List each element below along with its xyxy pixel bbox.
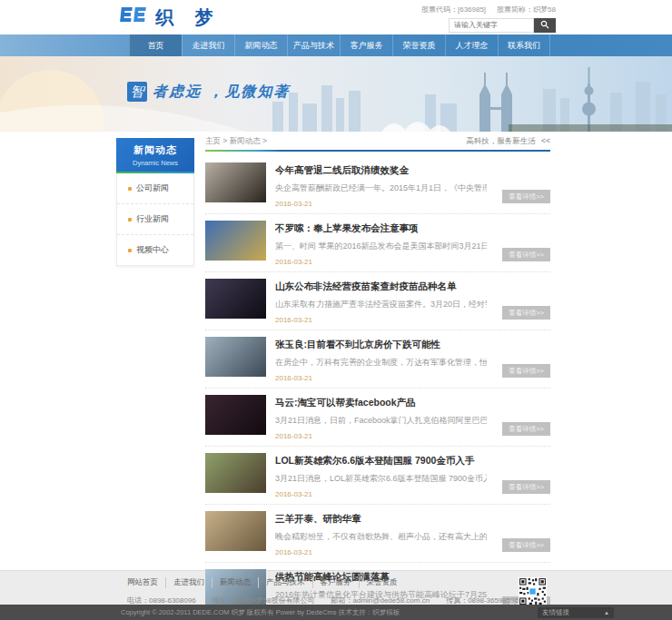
news-title[interactable]: 山东公布非法经营疫苗案查封疫苗品种名单 [275, 280, 487, 293]
banner-slogan: 智 者虑远 ，见微知著 [127, 82, 291, 102]
news-section: 主页 > 新闻动态 > 高科技，服务新生活 << 今年高管退二线后取消绩效奖金 … [205, 136, 550, 620]
notice-text: 高科技，服务新生活 [466, 136, 536, 145]
news-more-button[interactable]: 查看详情>> [502, 422, 550, 436]
news-item[interactable]: 三羊开泰、研韵华章 晚会精彩纷呈，不仅有劲歌热舞、相声小品，还有高大上的歌剧..… [205, 505, 550, 563]
nav-item[interactable]: 走进我们 [182, 34, 234, 56]
news-title[interactable]: 三羊开泰、研韵华章 [275, 513, 487, 526]
header-right: 股票代码：[636985] 股票简称：织梦58 [421, 3, 556, 33]
nav-item[interactable]: 首页 [129, 34, 182, 56]
slogan-text: 者虑远 ，见微知著 [153, 83, 291, 102]
slogan-first-char: 智 [127, 82, 147, 102]
news-thumbnail [205, 162, 266, 202]
news-item[interactable]: 今年高管退二线后取消绩效奖金 央企高管薪酬新政已经满一年。2015年1月1日，《… [205, 156, 550, 214]
bullet-icon [128, 218, 132, 221]
news-more-button[interactable]: 查看详情>> [502, 538, 550, 552]
news-sidebar: 新闻动态 Dynamic News 公司新闻 行业新闻 视频中心 [116, 138, 194, 266]
banner-cityscape-image [0, 56, 672, 132]
news-thumbnail [205, 279, 266, 319]
news-date: 2016-03-21 [275, 374, 487, 382]
bullet-icon [128, 249, 132, 252]
breadcrumb-underline [205, 150, 550, 152]
sidebar-menu-item[interactable]: 行业新闻 [117, 204, 193, 235]
sidebar-menu: 公司新闻 行业新闻 视频中心 [116, 173, 194, 266]
stock-code: 股票代码：[636985] [421, 5, 486, 15]
chevron-up-icon: ▲ [604, 610, 609, 615]
news-thumbnail [205, 511, 266, 551]
news-thumbnail [205, 337, 266, 377]
hero-banner: 智 者虑远 ，见微知著 [0, 56, 672, 132]
top-header: 织 梦 股票代码：[636985] 股票简称：织梦58 [0, 0, 672, 34]
search-icon [540, 18, 549, 32]
news-more-button[interactable]: 查看详情>> [502, 190, 550, 203]
news-more-button[interactable]: 查看详情>> [502, 248, 550, 261]
site-logo[interactable]: 织 梦 [116, 5, 222, 30]
sidebar-menu-label: 公司新闻 [136, 182, 169, 194]
friend-links-dropdown[interactable]: 友情链接 ▲ [538, 607, 614, 618]
footer-nav-link[interactable]: 客户服务 [313, 577, 360, 588]
sidebar-menu-item[interactable]: 视频中心 [117, 235, 193, 265]
news-date: 2016-03-21 [275, 490, 487, 498]
news-title[interactable]: 马云:淘宝可以帮卖facebook产品 [275, 397, 487, 409]
news-item[interactable]: 马云:淘宝可以帮卖facebook产品 3月21日消息，日前，Facebook掌… [205, 389, 550, 447]
news-date: 2016-03-21 [275, 316, 487, 324]
sidebar-menu-label: 视频中心 [136, 244, 169, 256]
copyright-text: Copyright © 2002-2011 DEDE.COM 织梦 版权所有 P… [116, 605, 400, 620]
news-more-button[interactable]: 查看详情>> [502, 480, 550, 494]
news-list: 今年高管退二线后取消绩效奖金 央企高管薪酬新政已经满一年。2015年1月1日，《… [205, 156, 550, 620]
nav-item[interactable]: 人才理念 [445, 34, 498, 56]
news-description: 晚会精彩纷呈，不仅有劲歌热舞、相声小品，还有高大上的歌剧... [275, 531, 487, 543]
news-description: 央企高管薪酬新政已经满一年。2015年1月1日，《中央管理企业负... [275, 182, 487, 194]
news-more-button[interactable]: 查看详情>> [502, 364, 550, 378]
news-date: 2016-03-21 [275, 432, 487, 440]
sidebar-subtitle: Dynamic News [116, 159, 194, 167]
logo-text: 织 梦 [155, 5, 222, 30]
news-date: 2016-03-21 [275, 548, 487, 556]
main-nav: 首页走进我们新闻动态产品与技术客户服务荣誉资质人才理念联系我们 [0, 34, 672, 56]
nav-item[interactable]: 新闻动态 [234, 34, 287, 56]
main-content: 新闻动态 Dynamic News 公司新闻 行业新闻 视频中心 主页 > 新闻… [0, 132, 672, 570]
nav-item[interactable]: 联系我们 [498, 34, 550, 56]
footer-nav-link[interactable]: 网站首页 [127, 577, 166, 588]
news-item[interactable]: LOL新英雄索尔6.6版本登陆国服 7900金币入手 3月21日消息，LOL新英… [205, 447, 550, 505]
news-description: 山东采取有力措施严查非法经营疫苗案件。3月20日，经对警方提... [275, 299, 487, 310]
news-thumbnail [205, 221, 266, 261]
main-nav-list: 首页走进我们新闻动态产品与技术客户服务荣誉资质人才理念联系我们 [129, 34, 556, 56]
sidebar-menu-item[interactable]: 公司新闻 [117, 173, 193, 204]
stock-name: 股票简称：织梦58 [497, 5, 556, 15]
news-title[interactable]: LOL新英雄索尔6.6版本登陆国服 7900金币入手 [275, 455, 487, 467]
news-description: 3月21日消息，LOL新英雄索尔6.6版本登陆国服 7900金币入手。LOL新.… [275, 473, 487, 485]
news-title[interactable]: 张玉良:目前看不到北京房价下跌可能性 [275, 339, 487, 351]
bullet-icon [128, 187, 132, 191]
news-thumbnail [205, 395, 266, 435]
footer-nav-link[interactable]: 荣誉资质 [360, 577, 405, 588]
footer-nav-link[interactable]: 产品与技术 [259, 577, 313, 588]
news-date: 2016-03-21 [275, 258, 487, 266]
footer-nav-link[interactable]: 新闻动态 [212, 577, 259, 588]
sidebar-menu-label: 行业新闻 [136, 213, 169, 225]
footer-nav-link[interactable]: 走进我们 [166, 577, 212, 588]
search-input[interactable] [449, 18, 534, 33]
nav-item[interactable]: 产品与技术 [287, 34, 340, 56]
sidebar-title: 新闻动态 [116, 143, 194, 157]
news-title[interactable]: 不罗嗦：奉上苹果发布会注意事项 [275, 222, 487, 235]
notice-scroll-icon[interactable]: << [541, 136, 550, 145]
footer-nav: 网站首页走进我们新闻动态产品与技术客户服务荣誉资质 [127, 577, 556, 588]
search-button[interactable] [534, 18, 556, 33]
news-more-button[interactable]: 查看详情>> [502, 306, 550, 320]
breadcrumb-row: 主页 > 新闻动态 > 高科技，服务新生活 << [205, 136, 550, 152]
notice-bar: 高科技，服务新生活 << [466, 136, 550, 147]
copyright-bar: Copyright © 2002-2011 DEDE.COM 织梦 版权所有 P… [0, 605, 672, 620]
news-description: 在房企中，万科有完善的企业制度，万达有军事化管理，恒大有... [275, 357, 487, 369]
logo-icon [116, 5, 149, 30]
news-date: 2016-03-21 [275, 200, 487, 208]
sidebar-header: 新闻动态 Dynamic News [116, 138, 194, 172]
nav-item[interactable]: 客户服务 [340, 34, 392, 56]
nav-item[interactable]: 荣誉资质 [392, 34, 445, 56]
news-item[interactable]: 山东公布非法经营疫苗案查封疫苗品种名单 山东采取有力措施严查非法经营疫苗案件。3… [205, 272, 550, 330]
news-title[interactable]: 今年高管退二线后取消绩效奖金 [275, 164, 487, 177]
news-thumbnail [205, 453, 266, 493]
news-item[interactable]: 张玉良:目前看不到北京房价下跌可能性 在房企中，万科有完善的企业制度，万达有军事… [205, 330, 550, 389]
news-item[interactable]: 不罗嗦：奉上苹果发布会注意事项 第一、时间 苹果的2016新品发布会是美国本部时… [205, 214, 550, 272]
friend-links-label: 友情链接 [542, 608, 569, 617]
breadcrumb[interactable]: 主页 > 新闻动态 > [205, 136, 267, 147]
